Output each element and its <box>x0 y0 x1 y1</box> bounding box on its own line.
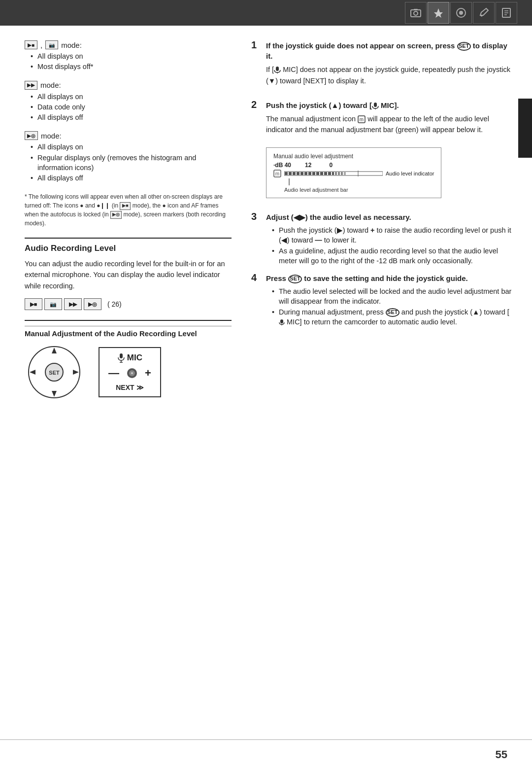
svg-rect-44 <box>332 172 334 175</box>
mode-icons-row: ▶■ 📷 ▶▶ ▶◎ ( 26) <box>25 298 232 310</box>
left-column: ▶■ , 📷 mode: All displays on Most displa… <box>25 40 232 725</box>
footnote-icon2: ▶◎ <box>110 211 122 219</box>
step2: 2 Push the joystick (▲) toward [ MIC]. T… <box>251 100 512 205</box>
mode1-icon2: 📷 <box>45 40 58 49</box>
mode2-line: ▶▶ mode: <box>25 81 232 90</box>
step4: 4 Press SET to save the setting and hide… <box>251 273 512 327</box>
sub-section-title: Manual Adjustment of the Audio Recording… <box>25 326 232 338</box>
svg-point-4 <box>459 11 463 15</box>
mode1-label: mode: <box>61 41 82 49</box>
diagrams-row: SET <box>25 343 232 402</box>
top-bar <box>0 0 532 26</box>
step3: 3 Adjust (◀▶) the audio level as necessa… <box>251 212 512 266</box>
mode3-bullets: All displays on Regular displays only (r… <box>25 142 232 183</box>
svg-rect-39 <box>312 172 315 175</box>
step4-bullet1: The audio level selected will be locked … <box>272 286 512 307</box>
svg-rect-25 <box>374 103 377 107</box>
step3-header: Adjust (◀▶) the audio level as necessary… <box>266 212 512 222</box>
step1-content: If the joystick guide does not appear on… <box>266 40 512 93</box>
mode2-bullet1: All displays on <box>31 92 232 102</box>
step1-header: If the joystick guide does not appear on… <box>266 40 512 61</box>
mic-plus: + <box>145 367 151 380</box>
circle-tab-icon[interactable] <box>450 2 472 24</box>
svg-rect-2 <box>414 9 418 10</box>
mic-panel-next: NEXT ≫ <box>108 384 151 391</box>
svg-rect-41 <box>320 172 323 175</box>
mic-minus: — <box>108 367 119 380</box>
set-button-inline2: SET <box>288 275 302 283</box>
svg-rect-36 <box>300 172 303 175</box>
svg-marker-16 <box>73 370 79 375</box>
mic-label: MIC <box>127 353 142 363</box>
mode1-bullet1: All displays on <box>31 51 232 61</box>
section-divider2 <box>25 320 232 321</box>
joystick-diagram: SET <box>25 343 84 402</box>
footnote-icon1: ▶■ <box>120 202 131 210</box>
svg-rect-17 <box>120 353 123 358</box>
row-icon4: ▶◎ <box>84 298 101 310</box>
svg-rect-45 <box>335 172 337 175</box>
row-icon3: ▶▶ <box>64 298 82 310</box>
audio-db-0: 0 <box>329 162 332 169</box>
set-button-inline3: SET <box>386 308 399 317</box>
mode1-comma: , <box>40 41 42 49</box>
audio-recording-section: Audio Recording Level You can adjust the… <box>25 244 232 402</box>
mode3-bullet1: All displays on <box>31 142 232 152</box>
step3-bullet2: As a guideline, adjust the audio recordi… <box>272 246 512 266</box>
main-content: ▶■ , 📷 mode: All displays on Most displa… <box>0 26 532 739</box>
mode2-bullet3: All displays off <box>31 112 232 122</box>
step4-number: 4 <box>251 272 263 283</box>
mode2-section: ▶▶ mode: All displays on Data code only … <box>25 81 232 123</box>
top-icons <box>405 2 517 24</box>
set-button-inline1: SET <box>457 42 471 51</box>
chapter-marker <box>518 99 532 158</box>
row-icon2: 📷 <box>44 298 62 310</box>
page-ref: ( 26) <box>107 300 122 308</box>
mode2-bullets: All displays on Data code only All displ… <box>25 92 232 123</box>
svg-rect-43 <box>328 172 331 175</box>
mode1-line: ▶■ , 📷 mode: <box>25 40 232 49</box>
mic-dash-row: — + <box>108 367 151 380</box>
mode1-section: ▶■ , 📷 mode: All displays on Most displa… <box>25 40 232 72</box>
audio-diagram-label: Manual audio level adjustment <box>273 153 434 160</box>
footer: 55 <box>0 739 532 769</box>
svg-rect-33 <box>289 172 292 175</box>
page-number: 55 <box>496 748 507 761</box>
svg-text:m: m <box>275 171 279 176</box>
svg-rect-47 <box>341 172 343 175</box>
svg-point-22 <box>131 372 133 374</box>
step3-bullets: Push the joystick (▶) toward + to raise … <box>266 225 512 266</box>
step2-content: Push the joystick (▲) toward [ MIC]. The… <box>266 100 512 205</box>
audio-level-diagram: Manual audio level adjustment ·dB 40 12 … <box>266 147 441 198</box>
pencil-tab-icon[interactable] <box>473 2 495 24</box>
svg-rect-46 <box>338 172 340 175</box>
mic-panel: MIC — + NEXT ≫ <box>99 347 161 397</box>
audio-section-body: You can adjust the audio recording level… <box>25 258 232 291</box>
mic-panel-title: MIC <box>108 353 151 363</box>
mode3-bullet2: Regular displays only (removes the histo… <box>31 153 232 173</box>
mode1-bullet2: Most displays off* <box>31 62 232 71</box>
book-tab-icon[interactable] <box>496 2 517 24</box>
step3-bullet1: Push the joystick (▶) toward + to raise … <box>272 225 512 245</box>
pin-tab-icon[interactable] <box>428 2 449 24</box>
audio-indicator-label-text: Audio level indicator <box>386 171 434 176</box>
camera-tab-icon[interactable] <box>405 2 427 24</box>
audio-bar-svg <box>284 171 383 176</box>
svg-rect-38 <box>308 172 311 175</box>
svg-rect-40 <box>316 172 319 175</box>
step3-content: Adjust (◀▶) the audio level as necessary… <box>266 212 512 266</box>
mode2-icon: ▶▶ <box>25 81 37 90</box>
mode1-bullets: All displays on Most displays off* <box>25 51 232 72</box>
audio-db-text: ·dB 40 <box>273 162 291 169</box>
step1-body: If [ MIC] does not appear on the joystic… <box>266 64 512 86</box>
step2-header: Push the joystick (▲) toward [ MIC]. <box>266 100 512 110</box>
mode3-section: ▶◎ mode: All displays on Regular display… <box>25 131 232 183</box>
step1: 1 If the joystick guide does not appear … <box>251 40 512 93</box>
step4-content: Press SET to save the setting and hide t… <box>266 273 512 327</box>
mode2-label: mode: <box>40 81 61 89</box>
mode1-icon1: ▶■ <box>25 40 37 49</box>
mode2-bullet2: Data code only <box>31 102 232 112</box>
step4-header: Press SET to save the setting and hide t… <box>266 273 512 283</box>
svg-rect-42 <box>324 172 327 175</box>
row-icon1: ▶■ <box>25 298 42 310</box>
